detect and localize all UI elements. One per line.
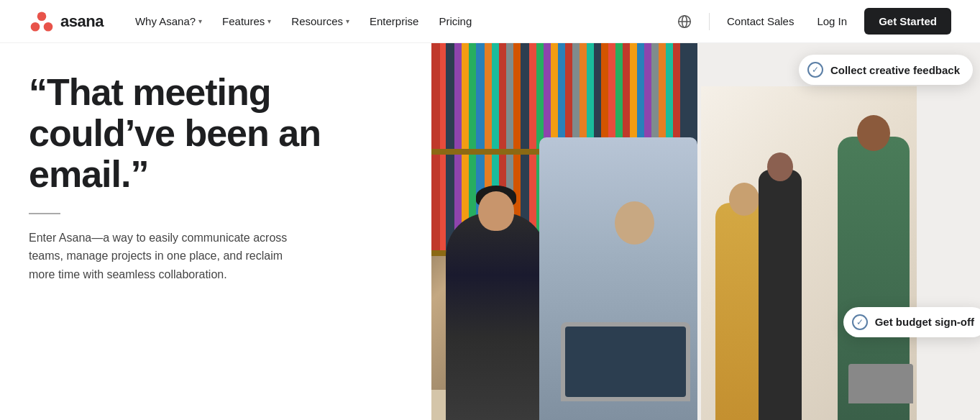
office-scene-left — [431, 43, 697, 420]
right-person-3-head — [857, 115, 890, 151]
nav-item-pricing[interactable]: Pricing — [430, 11, 480, 32]
person-left-body — [446, 213, 546, 420]
nav-links: Why Asana? ▾ Features ▾ Resources ▾ Ente… — [127, 11, 672, 32]
office-scene-right — [701, 86, 917, 420]
chevron-down-icon: ▾ — [267, 17, 271, 25]
laptop — [561, 322, 690, 401]
right-image-panel — [701, 86, 917, 420]
login-link[interactable]: Log In — [811, 11, 853, 32]
hero-divider — [29, 213, 60, 214]
hero-headline: “That meeting could’ve been an email.” — [29, 72, 403, 196]
svg-point-1 — [31, 22, 40, 31]
feedback-pill: ✓ Collect creative feedback — [799, 55, 973, 85]
nav-item-enterprise[interactable]: Enterprise — [361, 11, 427, 32]
main-content: “That meeting could’ve been an email.” E… — [0, 43, 980, 420]
nav-divider — [709, 13, 710, 30]
person-right-head — [615, 201, 654, 245]
logo-text: asana — [60, 12, 104, 31]
hero-left: “That meeting could’ve been an email.” E… — [0, 43, 431, 420]
laptop-screen — [565, 327, 686, 397]
right-person-2-body — [759, 170, 802, 420]
left-image-panel — [431, 43, 697, 420]
feedback-check-icon: ✓ — [807, 62, 823, 78]
globe-icon — [677, 14, 692, 29]
get-started-button[interactable]: Get Started — [864, 8, 951, 35]
svg-point-2 — [44, 22, 53, 31]
navbar: asana Why Asana? ▾ Features ▾ Resources … — [0, 0, 980, 43]
chevron-down-icon: ▾ — [346, 17, 349, 25]
right-person-2-head — [767, 152, 793, 181]
hero-subtext: Enter Asana—a way to easily communicate … — [29, 229, 309, 284]
budget-check-icon: ✓ — [852, 314, 868, 330]
nav-item-features[interactable]: Features ▾ — [214, 11, 280, 32]
svg-point-0 — [37, 12, 47, 21]
budget-pill: ✓ Get budget sign-off — [843, 307, 980, 337]
person-left-head — [478, 191, 514, 231]
contact-sales-link[interactable]: Contact Sales — [721, 11, 800, 32]
budget-pill-text: Get budget sign-off — [875, 316, 974, 328]
nav-right: Contact Sales Log In Get Started — [672, 8, 951, 35]
right-person-1-head — [729, 183, 759, 216]
chevron-down-icon: ▾ — [198, 17, 202, 25]
asana-logo-icon — [29, 9, 55, 35]
right-laptop — [848, 364, 913, 403]
nav-item-why-asana[interactable]: Why Asana? ▾ — [127, 11, 211, 32]
nav-item-resources[interactable]: Resources ▾ — [283, 11, 358, 32]
language-selector[interactable] — [672, 9, 697, 35]
logo[interactable]: asana — [29, 9, 104, 35]
feedback-pill-text: Collect creative feedback — [830, 64, 960, 76]
hero-images: ✓ Collect creative feedback ✓ Get budget… — [431, 43, 980, 420]
